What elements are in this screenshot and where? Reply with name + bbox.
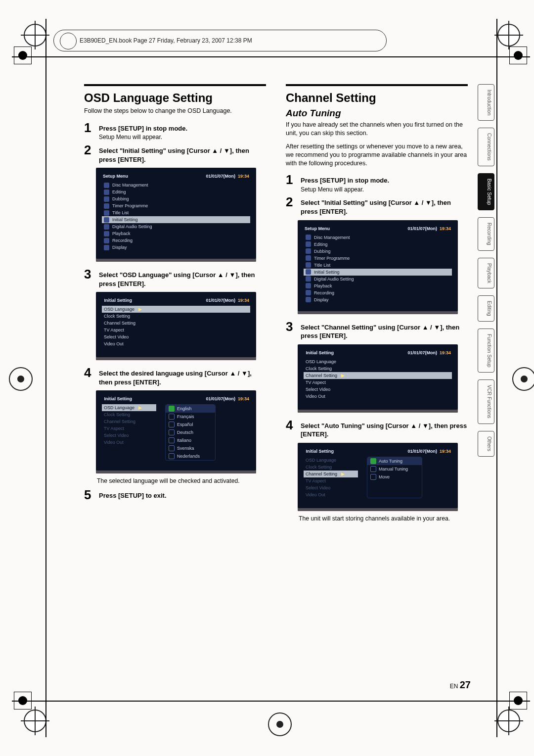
menu-item-icon xyxy=(104,231,109,236)
menu-item: OSD Language▶ xyxy=(102,306,250,313)
cursor-right-icon: ▶ xyxy=(137,307,143,312)
step-number: 1 xyxy=(286,173,297,193)
menu-item: OSD Language xyxy=(304,457,358,464)
menu-item-label: Select Video xyxy=(306,387,330,392)
menu-item-label: Recording xyxy=(112,238,133,243)
menu-item-label: Video Out xyxy=(104,440,124,445)
menu-item: Clock Setting xyxy=(304,464,358,471)
menu-item: Timer Programme xyxy=(102,202,250,209)
option-label: Manual Tuning xyxy=(379,467,408,472)
osd-lead: Follow the steps below to change the OSD… xyxy=(84,107,266,115)
menu-item-label: Editing xyxy=(314,242,328,247)
menu-item-label: TV Aspect xyxy=(104,426,124,431)
menu-item: Title List xyxy=(304,262,452,269)
checkbox-icon xyxy=(169,414,175,420)
menu-item: OSD Language xyxy=(304,358,452,365)
step-bold: Select "OSD Language" using [Cursor ▲ / … xyxy=(99,271,255,287)
option-item: Español xyxy=(166,421,215,428)
channel-setting-heading: Channel Setting xyxy=(286,91,468,105)
initial-setting-channel-screenshot: Initial Setting 01/01/07(Mon) 19:34 OSD … xyxy=(298,344,458,413)
option-item: Move xyxy=(367,473,422,481)
tv-title: Initial Setting xyxy=(104,298,133,303)
option-label: Français xyxy=(177,414,194,419)
menu-item: Channel Setting▶ xyxy=(304,471,358,477)
option-label: Deutsch xyxy=(177,430,193,435)
menu-item: Disc Management xyxy=(304,234,452,241)
option-item: Deutsch xyxy=(166,428,215,436)
menu-item: Digital Audio Setting xyxy=(304,276,452,283)
menu-item-label: Channel Setting xyxy=(306,472,337,476)
step-sub: Setup Menu will appear. xyxy=(99,134,162,141)
step-1: 1 Press [SETUP] in stop mode. Setup Menu… xyxy=(286,173,468,193)
menu-item-label: Clock Setting xyxy=(104,314,130,319)
option-label: Español xyxy=(177,422,193,427)
menu-item: TV Aspect xyxy=(304,477,358,484)
option-item: Italiano xyxy=(166,436,215,444)
cursor-right-icon: ▶ xyxy=(340,373,346,378)
checkbox-icon xyxy=(169,422,175,427)
menu-item: Clock Setting xyxy=(102,313,250,320)
option-item: English xyxy=(166,405,215,413)
menu-item-label: OSD Language xyxy=(306,359,336,364)
checkbox-icon xyxy=(169,429,175,435)
tv-date: 01/01/07(Mon) xyxy=(407,226,437,231)
tv-title: Initial Setting xyxy=(306,350,334,355)
cursor-right-icon: ▶ xyxy=(137,405,143,410)
menu-item: Video Out xyxy=(304,491,358,498)
menu-item: Initial Setting xyxy=(304,269,452,276)
menu-item-icon xyxy=(104,203,109,209)
menu-item-label: Initial Setting xyxy=(314,270,340,275)
page: E3B90ED_EN.book Page 27 Friday, February… xyxy=(0,0,534,756)
menu-item: Select Video xyxy=(102,333,250,340)
option-label: English xyxy=(177,406,192,411)
tv-time: 19:34 xyxy=(440,350,451,355)
tv-date: 01/01/07(Mon) xyxy=(206,174,235,179)
menu-item-label: Clock Setting xyxy=(306,465,332,470)
menu-item-label: TV Aspect xyxy=(306,478,326,483)
menu-item: Select Video xyxy=(304,386,452,393)
menu-item: Timer Programme xyxy=(304,255,452,262)
menu-item-label: Playback xyxy=(112,231,131,236)
menu-item-label: Disc Management xyxy=(314,235,350,240)
menu-item-label: Recording xyxy=(314,290,334,295)
menu-item-icon xyxy=(306,255,311,261)
menu-item-icon xyxy=(306,241,311,247)
osd-language-options-screenshot: Initial Setting 01/01/07(Mon) 19:34 OSD … xyxy=(96,390,256,473)
option-label: Italiano xyxy=(177,438,191,443)
menu-item: Dubbing xyxy=(304,248,452,255)
step-bold: Select "Channel Setting" using [Cursor ▲… xyxy=(301,324,459,340)
auto-tuning-subheading: Auto Tuning xyxy=(286,108,468,119)
tv-time: 19:34 xyxy=(238,174,249,179)
tv-date: 01/01/07(Mon) xyxy=(206,298,235,303)
cursor-right-icon: ▶ xyxy=(340,472,346,476)
menu-item-label: Title List xyxy=(314,263,330,268)
step-number: 1 xyxy=(84,121,95,142)
checkbox-icon xyxy=(370,466,376,472)
step-number: 3 xyxy=(286,320,297,340)
step-4: 4 Select "Auto Tuning" using [Cursor ▲ /… xyxy=(286,419,468,439)
step-bold: Select "Initial Setting" using [Cursor ▲… xyxy=(99,147,249,163)
menu-item-icon xyxy=(306,235,311,240)
option-label: Svenska xyxy=(177,446,194,451)
tv-date: 01/01/07(Mon) xyxy=(407,350,437,355)
menu-item-icon xyxy=(104,210,109,216)
menu-item: Channel Setting▶ xyxy=(304,372,452,379)
page-number-prefix: EN xyxy=(450,683,458,690)
step-3: 3 Select "Channel Setting" using [Cursor… xyxy=(286,320,468,340)
tv-time: 19:34 xyxy=(238,396,249,401)
tv-time: 19:34 xyxy=(440,226,451,231)
option-label: Nederlands xyxy=(177,454,200,459)
menu-item-icon xyxy=(104,189,109,195)
menu-item-icon xyxy=(306,262,311,268)
menu-item: Channel Setting xyxy=(102,320,250,327)
menu-item: Editing xyxy=(304,241,452,248)
menu-item-label: Display xyxy=(314,297,329,302)
initial-setting-osd-screenshot: Initial Setting 01/01/07(Mon) 19:34 OSD … xyxy=(96,292,256,360)
menu-item-label: Playback xyxy=(314,284,332,288)
step-bold: Press [SETUP] in stop mode. xyxy=(301,177,389,184)
menu-item-icon xyxy=(104,217,109,223)
menu-item-label: TV Aspect xyxy=(306,380,326,385)
menu-item: Select Video xyxy=(102,432,156,439)
menu-item-label: Channel Setting xyxy=(104,321,135,326)
section-rule xyxy=(84,84,266,86)
